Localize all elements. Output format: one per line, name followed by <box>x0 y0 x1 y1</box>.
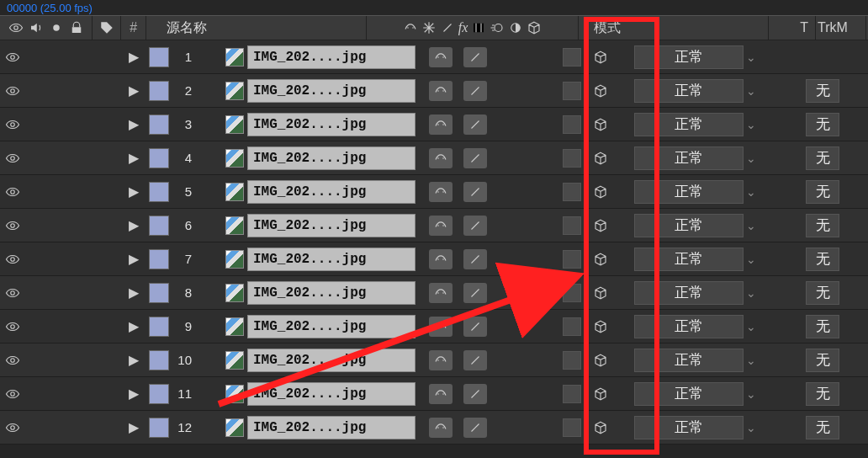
blend-mode-dropdown[interactable]: 正常 <box>634 382 744 406</box>
label-color-swatch[interactable] <box>149 114 169 135</box>
adjustment-toggle[interactable] <box>563 216 581 235</box>
label-color-swatch[interactable] <box>149 182 169 202</box>
lock-icon[interactable] <box>69 20 84 35</box>
3d-toggle[interactable] <box>593 184 608 200</box>
collapse-toggle[interactable] <box>463 148 487 168</box>
source-name[interactable]: IMG_202....jpg <box>247 146 415 170</box>
shy-icon[interactable] <box>403 20 418 35</box>
visibility-toggle[interactable] <box>5 50 24 65</box>
layer-row[interactable]: ▶5IMG_202....jpg正常⌄无 <box>0 175 868 209</box>
t-header[interactable]: T <box>769 16 816 40</box>
label-color-swatch[interactable] <box>149 283 169 303</box>
label-color-swatch[interactable] <box>149 418 169 438</box>
visibility-toggle[interactable] <box>5 218 24 233</box>
3d-toggle[interactable] <box>593 353 608 368</box>
3d-toggle[interactable] <box>593 319 608 334</box>
collapse-toggle[interactable] <box>463 249 487 269</box>
adjustment-toggle[interactable] <box>563 418 581 437</box>
3d-toggle[interactable] <box>593 252 608 267</box>
visibility-toggle[interactable] <box>5 184 24 200</box>
blend-mode-dropdown[interactable]: 正常 <box>634 214 744 237</box>
layer-row[interactable]: ▶6IMG_202....jpg正常⌄无 <box>0 209 868 242</box>
fx-icon[interactable]: fx <box>458 20 468 35</box>
source-name[interactable]: IMG_202....jpg <box>247 315 415 338</box>
source-name[interactable]: IMG_202....jpg <box>247 180 415 204</box>
blend-mode-dropdown[interactable]: 正常 <box>634 248 744 271</box>
label-color-swatch[interactable] <box>149 350 169 370</box>
visibility-toggle[interactable] <box>5 319 24 334</box>
chevron-down-icon[interactable]: ⌄ <box>744 175 759 208</box>
visibility-toggle[interactable] <box>5 117 24 132</box>
chevron-down-icon[interactable]: ⌄ <box>744 209 759 242</box>
collapse-toggle[interactable] <box>463 182 487 202</box>
chevron-down-icon[interactable]: ⌄ <box>744 377 759 410</box>
collapse-toggle[interactable] <box>463 317 487 337</box>
collapse-toggle[interactable] <box>463 283 487 303</box>
layer-row[interactable]: ▶11IMG_202....jpg正常⌄无 <box>0 377 868 411</box>
layer-row[interactable]: ▶4IMG_202....jpg正常⌄无 <box>0 141 868 175</box>
trkmat-dropdown[interactable]: 无 <box>806 349 839 372</box>
3d-toggle[interactable] <box>593 386 608 402</box>
label-color-swatch[interactable] <box>149 384 169 404</box>
shy-toggle[interactable] <box>429 182 453 202</box>
source-name[interactable]: IMG_202....jpg <box>247 382 415 406</box>
twirl-arrow[interactable]: ▶ <box>121 175 146 208</box>
visibility-toggle[interactable] <box>5 386 24 402</box>
source-name[interactable]: IMG_202....jpg <box>247 214 415 237</box>
twirl-arrow[interactable]: ▶ <box>121 242 146 275</box>
trkmat-dropdown[interactable]: 无 <box>806 146 839 170</box>
label-color-swatch[interactable] <box>149 249 169 269</box>
collapse-toggle[interactable] <box>463 47 487 67</box>
motion-blur-icon[interactable] <box>490 20 505 35</box>
twirl-arrow[interactable]: ▶ <box>121 108 146 141</box>
adjustment-toggle[interactable] <box>563 149 581 168</box>
3d-toggle[interactable] <box>593 83 608 99</box>
twirl-arrow[interactable]: ▶ <box>121 310 146 343</box>
chevron-down-icon[interactable]: ⌄ <box>744 276 759 309</box>
label-color-swatch[interactable] <box>149 216 169 236</box>
trkmat-dropdown[interactable]: 无 <box>806 382 839 406</box>
visibility-toggle[interactable] <box>5 151 24 166</box>
chevron-down-icon[interactable]: ⌄ <box>744 344 759 376</box>
3d-toggle[interactable] <box>593 285 608 301</box>
shy-toggle[interactable] <box>429 317 453 337</box>
blend-mode-dropdown[interactable]: 正常 <box>634 281 744 305</box>
shy-toggle[interactable] <box>429 384 453 404</box>
trkmat-dropdown[interactable]: 无 <box>806 79 839 103</box>
3d-toggle[interactable] <box>593 151 608 166</box>
trkmat-dropdown[interactable]: 无 <box>806 113 839 136</box>
shy-toggle[interactable] <box>429 114 453 135</box>
adjustment-toggle[interactable] <box>563 284 581 302</box>
chevron-down-icon[interactable]: ⌄ <box>744 242 759 275</box>
trkmat-dropdown[interactable]: 无 <box>806 214 839 237</box>
label-color-swatch[interactable] <box>149 148 169 168</box>
solo-icon[interactable] <box>49 20 64 35</box>
chevron-down-icon[interactable]: ⌄ <box>744 411 759 444</box>
shy-toggle[interactable] <box>429 249 453 269</box>
adjustment-toggle[interactable] <box>563 317 581 336</box>
blend-mode-dropdown[interactable]: 正常 <box>634 349 744 372</box>
adjustment-toggle[interactable] <box>563 385 581 403</box>
source-name[interactable]: IMG_202....jpg <box>247 248 415 271</box>
adjustment-toggle[interactable] <box>563 351 581 370</box>
source-name[interactable]: IMG_202....jpg <box>247 416 415 439</box>
shy-toggle[interactable] <box>429 47 453 67</box>
layer-row[interactable]: ▶3IMG_202....jpg正常⌄无 <box>0 108 868 141</box>
frame-blend-icon[interactable] <box>471 20 486 35</box>
layer-row[interactable]: ▶12IMG_202....jpg正常⌄无 <box>0 411 868 445</box>
twirl-arrow[interactable]: ▶ <box>121 411 146 444</box>
visibility-toggle[interactable] <box>5 252 24 267</box>
layer-row[interactable]: ▶10IMG_202....jpg正常⌄无 <box>0 344 868 377</box>
layer-row[interactable]: ▶2IMG_202....jpg正常⌄无 <box>0 74 868 108</box>
adjustment-toggle[interactable] <box>563 250 581 269</box>
trkmat-dropdown[interactable]: 无 <box>806 180 839 204</box>
twirl-arrow[interactable]: ▶ <box>121 344 146 376</box>
visibility-toggle[interactable] <box>5 420 24 435</box>
blend-mode-dropdown[interactable]: 正常 <box>634 315 744 338</box>
source-name[interactable]: IMG_202....jpg <box>247 281 415 305</box>
3d-toggle[interactable] <box>593 117 608 132</box>
timecode[interactable]: 00000 (25.00 fps) <box>0 0 868 15</box>
layer-row[interactable]: ▶1IMG_202....jpg正常⌄ <box>0 40 868 74</box>
shy-toggle[interactable] <box>429 350 453 370</box>
chevron-down-icon[interactable]: ⌄ <box>744 108 759 141</box>
